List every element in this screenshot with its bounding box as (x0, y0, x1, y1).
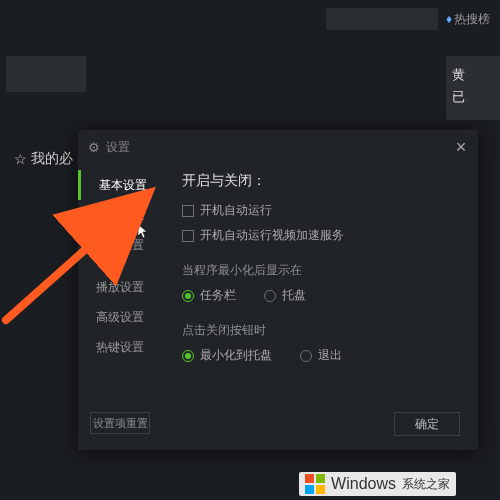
checkbox-label: 开机自动运行 (200, 202, 272, 219)
checkbox-icon (182, 230, 194, 242)
radio-icon (182, 290, 194, 302)
radio-taskbar[interactable]: 任务栏 (182, 287, 236, 304)
reset-label: 设置项重置 (93, 416, 148, 431)
settings-content: 开启与关闭： 开机自动运行 开机自动运行视频加速服务 当程序最小化后显示在 任务… (164, 164, 478, 450)
windows-logo-icon (305, 474, 325, 494)
star-icon: ☆ (14, 151, 27, 167)
minimize-subtitle: 当程序最小化后显示在 (182, 262, 460, 279)
close-radio-group: 最小化到托盘 退出 (182, 347, 460, 364)
confirm-button[interactable]: 确定 (394, 412, 460, 436)
radio-tray[interactable]: 托盘 (264, 287, 306, 304)
sidebar-item-other[interactable]: 其他设置 (78, 230, 164, 260)
sidebar-item-advanced[interactable]: 高级设置 (78, 302, 164, 332)
sidebar-item-hotkey[interactable]: 热键设置 (78, 332, 164, 362)
sidebar-item-label: 下载设置 (96, 207, 144, 224)
radio-minimize-to-tray[interactable]: 最小化到托盘 (182, 347, 272, 364)
radio-exit[interactable]: 退出 (300, 347, 342, 364)
fire-icon: ♦ (446, 12, 452, 26)
close-icon: × (456, 137, 467, 158)
right-card-line2: 已 (452, 86, 494, 108)
sidebar-item-label: 播放设置 (96, 279, 144, 296)
watermark-suffix: 系统之家 (402, 476, 450, 493)
reset-button[interactable]: 设置项重置 (90, 412, 150, 434)
sidebar-item-playback[interactable]: 播放设置 (78, 272, 164, 302)
checkbox-label: 开机自动运行视频加速服务 (200, 227, 344, 244)
sidebar-item-label: 其他设置 (96, 237, 144, 254)
radio-icon (264, 290, 276, 302)
sidebar-item-label: 热键设置 (96, 339, 144, 356)
radio-icon (182, 350, 194, 362)
favorites-title: 我的必 (31, 150, 73, 168)
banner-card (6, 56, 86, 92)
sidebar-item-download[interactable]: 下载设置 (78, 200, 164, 230)
right-card: 黄 已 (446, 56, 500, 120)
watermark-brand: Windows (331, 475, 396, 493)
dialog-title: 设置 (106, 139, 130, 156)
search-input[interactable] (326, 8, 438, 30)
minimize-radio-group: 任务栏 托盘 (182, 287, 460, 304)
radio-label: 最小化到托盘 (200, 347, 272, 364)
hot-search-link[interactable]: ♦ 热搜榜 (446, 11, 490, 28)
radio-label: 托盘 (282, 287, 306, 304)
checkbox-accel-service[interactable]: 开机自动运行视频加速服务 (182, 227, 460, 244)
sidebar-item-label: 高级设置 (96, 309, 144, 326)
checkbox-autorun[interactable]: 开机自动运行 (182, 202, 460, 219)
checkbox-icon (182, 205, 194, 217)
section-title: 开启与关闭： (182, 172, 460, 190)
radio-label: 任务栏 (200, 287, 236, 304)
settings-sidebar: 基本设置 下载设置 其他设置 播放设置 高级设置 热键设置 设置 (78, 164, 164, 450)
confirm-label: 确定 (415, 416, 439, 433)
hot-search-label: 热搜榜 (454, 11, 490, 28)
close-button[interactable]: × (452, 138, 470, 156)
sidebar-item-label: 基本设置 (99, 177, 147, 194)
gear-icon: ⚙ (88, 140, 100, 155)
favorites-header: ☆ 我的必 (14, 150, 73, 168)
closebtn-subtitle: 点击关闭按钮时 (182, 322, 460, 339)
radio-label: 退出 (318, 347, 342, 364)
sidebar-item-basic[interactable]: 基本设置 (78, 170, 164, 200)
radio-icon (300, 350, 312, 362)
settings-dialog: ⚙ 设置 × 基本设置 下载设置 其他设置 播放设置 高级设 (78, 130, 478, 450)
dialog-header: ⚙ 设置 × (78, 130, 478, 164)
windows-watermark: Windows 系统之家 (299, 472, 456, 496)
right-card-line1: 黄 (452, 64, 494, 86)
